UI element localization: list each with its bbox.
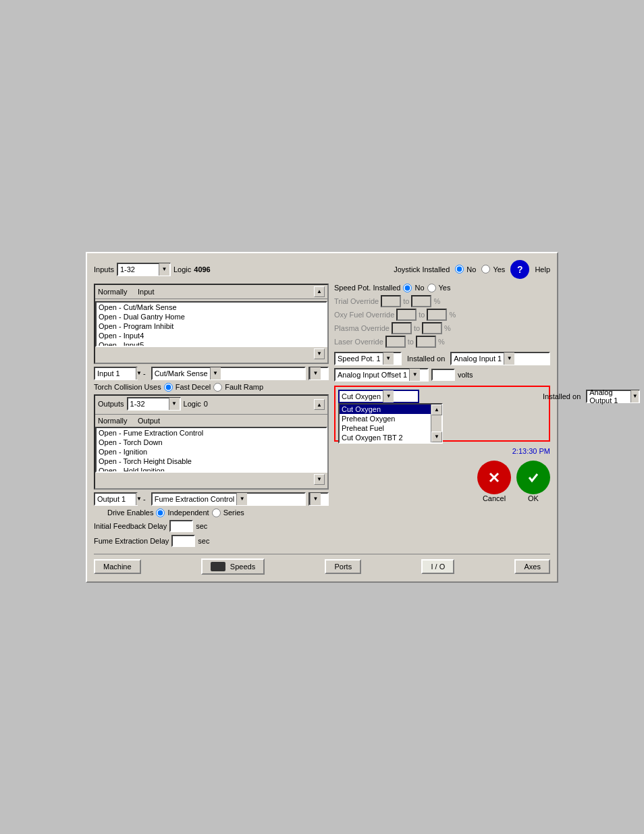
cut-oxygen-installed-dropdown[interactable]: Analog Output 1 ▼ — [586, 390, 640, 403]
bottom-tab-bar: Machine Speeds Ports I / O Axes — [94, 554, 550, 575]
speeds-tab[interactable]: Speeds — [201, 558, 265, 575]
cancel-label: Cancel — [483, 494, 506, 502]
ok-label: OK — [528, 494, 539, 502]
plasma-unit: % — [444, 324, 451, 332]
list-item[interactable]: Open - Hold Ignition — [97, 466, 326, 473]
input-list-scroll-up[interactable]: ▲ — [314, 286, 325, 297]
list-item-cut-oxygen-selected[interactable]: Cut Oxygen — [340, 405, 431, 414]
trial-to-label: to — [403, 297, 409, 305]
analog-offset-label: Analog Input Offset 1 — [336, 371, 409, 379]
analog-offset-arrow[interactable]: ▼ — [409, 369, 420, 381]
independent-radio[interactable]: Independent — [156, 509, 209, 517]
input-col-label: Input — [138, 288, 154, 296]
initial-feedback-label: Initial Feedback Delay — [94, 522, 167, 530]
list-item[interactable]: Open - Dual Gantry Home — [97, 312, 326, 321]
list-item[interactable]: Open - Torch Down — [97, 438, 326, 447]
plasma-override-label: Plasma Override — [334, 324, 390, 332]
input1-extra-arrow[interactable]: ▼ — [310, 367, 321, 380]
torch-collision-label: Torch Collision Uses — [94, 383, 161, 391]
list-item-cut-oxygen-tbt2[interactable]: Cut Oxygen TBT 2 — [340, 433, 431, 442]
input1-function-dropdown[interactable]: Cut/Mark Sense ▼ — [151, 367, 306, 380]
initial-feedback-input[interactable]: 3 — [169, 520, 193, 532]
speed-pot-installed-on-label: Installed on — [404, 355, 448, 363]
outputs-label: Outputs — [98, 400, 124, 408]
list-item[interactable]: Open - Cut/Mark Sense — [97, 303, 326, 312]
input1-dropdown[interactable]: Input 1 ▼ — [94, 367, 138, 380]
initial-feedback-unit: sec — [196, 522, 207, 530]
list-item-cut-oxygen[interactable]: Preheat Oxygen — [340, 414, 431, 423]
trial-to-input: 120 — [411, 295, 431, 307]
cut-oxygen-installed-arrow[interactable]: ▼ — [630, 390, 639, 402]
output1-dropdown[interactable]: Output 1 ▼ — [94, 492, 138, 506]
laser-override-label: Laser Override — [334, 338, 383, 346]
list-item[interactable]: Open - Ignition — [97, 447, 326, 457]
list-item[interactable]: Open - Input4 — [97, 331, 326, 340]
input1-function: Cut/Mark Sense — [153, 369, 210, 377]
input1-extra-dropdown[interactable]: ▼ — [308, 367, 329, 380]
fault-ramp-radio[interactable]: Fault Ramp — [213, 383, 263, 392]
laser-to-input: 120 — [416, 336, 436, 348]
speed-pot-installed-dropdown[interactable]: Analog Input 1 ▼ — [450, 352, 550, 365]
dropdown-scroll-down[interactable]: ▼ — [431, 432, 442, 442]
outputs-logic-value: 0 — [204, 400, 208, 408]
series-radio[interactable]: Series — [212, 509, 244, 517]
inputs-range-dropdown[interactable]: 1-32 ▼ — [117, 263, 171, 276]
output1-extra-arrow[interactable]: ▼ — [310, 493, 321, 505]
ok-button[interactable] — [516, 461, 550, 494]
list-item-preheat-fuel[interactable]: Preheat Fuel — [340, 423, 431, 433]
time-display: 2:13:30 PM — [334, 447, 550, 455]
joystick-yes-radio[interactable]: Yes — [481, 265, 505, 273]
oxy-fuel-to-label: to — [419, 311, 425, 319]
cut-oxygen-arrow[interactable]: ▼ — [383, 390, 394, 402]
cut-oxygen-dropdown[interactable]: Cut Oxygen ▼ — [338, 390, 419, 403]
logic-label: Logic — [173, 265, 191, 273]
speeds-tab-label: Speeds — [230, 563, 255, 571]
inputs-range-value: 1-32 — [118, 265, 159, 273]
output-list-scroll-down[interactable]: ▼ — [314, 474, 325, 485]
output1-function-dropdown[interactable]: Fume Extraction Control ▼ — [151, 492, 306, 506]
output1-function-arrow[interactable]: ▼ — [236, 493, 247, 505]
help-label: Help — [535, 265, 550, 273]
speed-pot-no-radio[interactable]: No — [403, 284, 424, 292]
input-list-scroll-down[interactable]: ▼ — [314, 348, 325, 359]
speed-pot-arrow[interactable]: ▼ — [383, 353, 394, 365]
io-tab[interactable]: I / O — [421, 559, 454, 574]
cancel-button[interactable] — [477, 461, 511, 494]
speed-pot-yes-radio[interactable]: Yes — [427, 284, 451, 292]
joystick-no-radio[interactable]: No — [455, 265, 476, 273]
input-list-box: Open - Cut/Mark Sense Open - Dual Gantry… — [95, 301, 327, 347]
analog-offset-input[interactable]: 0 — [431, 369, 455, 381]
trial-override-label: Trial Override — [334, 297, 379, 305]
ports-tab[interactable]: Ports — [325, 559, 361, 574]
io-tab-label: I / O — [431, 563, 445, 571]
fume-extraction-input[interactable]: 10 — [171, 535, 195, 547]
ports-tab-label: Ports — [334, 563, 352, 571]
laser-unit: % — [438, 338, 445, 346]
speed-pot-installed-arrow[interactable]: ▼ — [504, 353, 514, 365]
list-item[interactable]: Open - Input5 — [97, 340, 326, 347]
input1-function-arrow[interactable]: ▼ — [210, 367, 221, 380]
cut-oxygen-list: Cut Oxygen Preheat Oxygen Preheat Fuel C… — [338, 403, 443, 444]
output-list-box: Open - Fume Extraction Control Open - To… — [95, 427, 327, 473]
list-item[interactable]: Open - Program Inhibit — [97, 321, 326, 331]
input1-value: Input 1 — [95, 369, 136, 377]
list-item[interactable]: Open - Torch Height Disable — [97, 457, 326, 466]
fume-extraction-unit: sec — [198, 537, 209, 545]
dropdown-scroll-up[interactable]: ▲ — [431, 405, 442, 415]
speed-pot-dropdown[interactable]: Speed Pot. 1 ▼ — [334, 352, 402, 365]
output-list-scroll-up[interactable]: ▲ — [314, 399, 325, 410]
outputs-range-arrow[interactable]: ▼ — [169, 398, 180, 410]
axes-tab[interactable]: Axes — [514, 559, 549, 574]
fast-decel-radio[interactable]: Fast Decel — [164, 383, 211, 392]
output-col-label: Output — [138, 417, 160, 425]
help-button[interactable]: ? — [510, 260, 529, 279]
output1-value: Output 1 — [95, 495, 136, 503]
analog-offset-unit: volts — [458, 371, 473, 379]
fume-extraction-label: Fume Extraction Delay — [94, 537, 169, 545]
analog-offset-dropdown[interactable]: Analog Input Offset 1 ▼ — [334, 368, 429, 382]
outputs-range-dropdown[interactable]: 1-32 ▼ — [127, 397, 181, 411]
inputs-range-arrow[interactable]: ▼ — [159, 263, 169, 276]
output1-extra-dropdown[interactable]: ▼ — [308, 492, 329, 506]
machine-tab[interactable]: Machine — [94, 559, 141, 574]
list-item[interactable]: Open - Fume Extraction Control — [97, 428, 326, 438]
